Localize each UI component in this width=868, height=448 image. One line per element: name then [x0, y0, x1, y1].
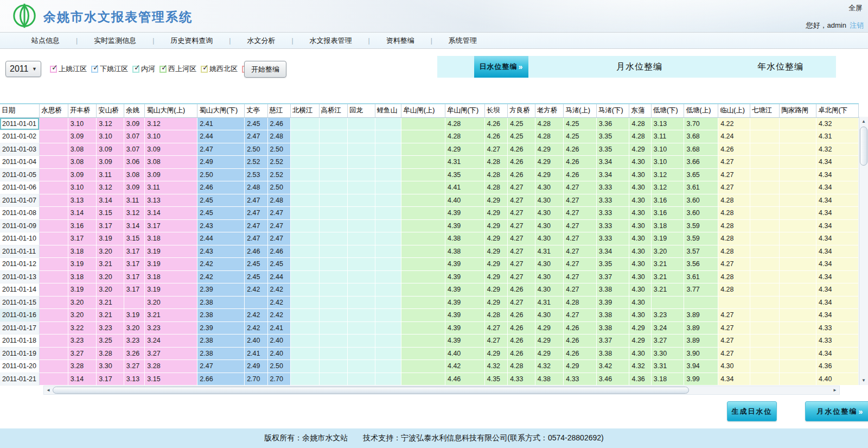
value-cell[interactable]: 3.20: [124, 321, 144, 335]
value-cell[interactable]: 4.29: [484, 219, 507, 232]
value-cell[interactable]: [291, 219, 320, 232]
value-cell[interactable]: 3.13: [124, 373, 144, 386]
value-cell[interactable]: 3.19: [124, 309, 144, 322]
value-cell[interactable]: [750, 283, 780, 296]
value-cell[interactable]: 4.34: [816, 194, 859, 207]
value-cell[interactable]: 3.25: [97, 335, 124, 348]
value-cell[interactable]: [750, 207, 780, 220]
value-cell[interactable]: [401, 143, 445, 156]
value-cell[interactable]: 2.52: [267, 168, 290, 181]
value-cell[interactable]: [319, 309, 348, 322]
value-cell[interactable]: [319, 283, 348, 296]
value-cell[interactable]: [750, 232, 780, 245]
value-cell[interactable]: 3.20: [97, 283, 124, 296]
value-cell[interactable]: 4.27: [564, 270, 597, 283]
value-cell[interactable]: 2.70: [245, 373, 267, 386]
value-cell[interactable]: 2.38: [197, 347, 245, 360]
value-cell[interactable]: 4.29: [484, 207, 507, 220]
value-cell[interactable]: [291, 360, 320, 373]
value-cell[interactable]: [40, 335, 68, 348]
scroll-right-icon[interactable]: ►: [831, 386, 839, 394]
value-cell[interactable]: 3.33: [596, 181, 629, 194]
nav-item-5[interactable]: 资料整编: [370, 36, 431, 46]
value-cell[interactable]: [40, 309, 68, 322]
value-cell[interactable]: 2.52: [267, 156, 290, 169]
value-cell[interactable]: 4.28: [484, 156, 507, 169]
value-cell[interactable]: 3.16: [68, 219, 97, 232]
value-cell[interactable]: 4.27: [508, 232, 535, 245]
value-cell[interactable]: [375, 335, 401, 348]
value-cell[interactable]: 4.30: [535, 181, 564, 194]
value-cell[interactable]: [319, 181, 348, 194]
value-cell[interactable]: [375, 245, 401, 258]
value-cell[interactable]: 4.26: [484, 117, 507, 130]
value-cell[interactable]: [319, 219, 348, 232]
value-cell[interactable]: 4.39: [445, 309, 484, 322]
value-cell[interactable]: 4.26: [564, 143, 597, 156]
value-cell[interactable]: 4.27: [508, 258, 535, 271]
value-cell[interactable]: 3.20: [68, 296, 97, 309]
value-cell[interactable]: 4.33: [508, 373, 535, 386]
date-cell[interactable]: 2011-01-07: [0, 194, 40, 207]
value-cell[interactable]: [780, 117, 816, 130]
value-cell[interactable]: 3.07: [124, 130, 144, 143]
value-cell[interactable]: 3.60: [684, 207, 718, 220]
value-cell[interactable]: [348, 168, 375, 181]
value-cell[interactable]: 4.39: [445, 321, 484, 335]
value-cell[interactable]: 4.30: [535, 232, 564, 245]
value-cell[interactable]: [401, 373, 445, 386]
value-cell[interactable]: 2.42: [197, 270, 245, 283]
value-cell[interactable]: 2.46: [267, 245, 290, 258]
value-cell[interactable]: 4.30: [629, 270, 651, 283]
value-cell[interactable]: 2.41: [245, 347, 267, 360]
value-cell[interactable]: [401, 258, 445, 271]
value-cell[interactable]: 2.47: [245, 194, 267, 207]
value-cell[interactable]: 4.28: [629, 130, 651, 143]
value-cell[interactable]: 4.27: [508, 270, 535, 283]
value-cell[interactable]: 4.30: [535, 194, 564, 207]
value-cell[interactable]: [319, 168, 348, 181]
value-cell[interactable]: 2.47: [267, 232, 290, 245]
value-cell[interactable]: [684, 296, 718, 309]
date-cell[interactable]: 2011-01-18: [0, 335, 40, 348]
value-cell[interactable]: 3.12: [145, 117, 197, 130]
value-cell[interactable]: 3.13: [68, 194, 97, 207]
value-cell[interactable]: 4.30: [629, 347, 651, 360]
value-cell[interactable]: 4.27: [718, 335, 750, 348]
value-cell[interactable]: 3.08: [145, 156, 197, 169]
value-cell[interactable]: 2.42: [197, 258, 245, 271]
value-cell[interactable]: 3.26: [124, 347, 144, 360]
value-cell[interactable]: 4.27: [484, 335, 507, 348]
value-cell[interactable]: 3.09: [97, 143, 124, 156]
value-cell[interactable]: [348, 321, 375, 335]
value-cell[interactable]: 3.13: [145, 194, 197, 207]
value-cell[interactable]: 2.44: [197, 232, 245, 245]
value-cell[interactable]: 3.18: [145, 270, 197, 283]
value-cell[interactable]: 3.18: [651, 373, 684, 386]
value-cell[interactable]: 4.28: [445, 117, 484, 130]
value-cell[interactable]: 4.30: [629, 283, 651, 296]
value-cell[interactable]: [40, 130, 68, 143]
value-cell[interactable]: 2.49: [245, 360, 267, 373]
value-cell[interactable]: 2.38: [197, 309, 245, 322]
value-cell[interactable]: 4.29: [629, 335, 651, 348]
value-cell[interactable]: 4.26: [508, 321, 535, 335]
value-cell[interactable]: [40, 181, 68, 194]
value-cell[interactable]: 3.90: [684, 347, 718, 360]
value-cell[interactable]: 4.40: [445, 347, 484, 360]
nav-item-1[interactable]: 实时监测信息: [78, 36, 152, 46]
value-cell[interactable]: 4.34: [816, 232, 859, 245]
value-cell[interactable]: 3.19: [651, 232, 684, 245]
value-cell[interactable]: 3.12: [651, 181, 684, 194]
value-cell[interactable]: 4.29: [535, 347, 564, 360]
value-cell[interactable]: 4.26: [484, 130, 507, 143]
value-cell[interactable]: 3.61: [684, 181, 718, 194]
value-cell[interactable]: 3.17: [68, 232, 97, 245]
value-cell[interactable]: 4.34: [816, 309, 859, 322]
value-cell[interactable]: 3.16: [651, 207, 684, 220]
value-cell[interactable]: 4.26: [508, 347, 535, 360]
value-cell[interactable]: [348, 258, 375, 271]
value-cell[interactable]: 4.29: [484, 194, 507, 207]
generate-daily-button[interactable]: 生成日水位: [727, 401, 777, 421]
value-cell[interactable]: [375, 156, 401, 169]
